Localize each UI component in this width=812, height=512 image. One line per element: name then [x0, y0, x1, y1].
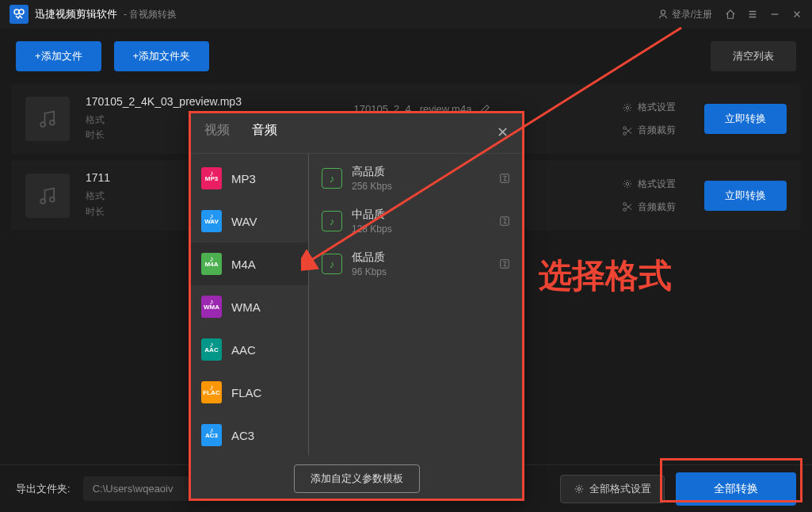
- quality-rate: 256 Kbps: [352, 181, 490, 192]
- format-label: MP3: [231, 172, 256, 185]
- titlebar-right: 登录/注册: [658, 8, 802, 21]
- svg-point-17: [578, 487, 581, 491]
- app-logo: [10, 5, 29, 24]
- annotation-text: 选择格式: [539, 254, 672, 298]
- format-item-aac[interactable]: AACAAC: [190, 328, 308, 371]
- edit-icon[interactable]: [499, 258, 510, 269]
- app-subtitle: - 音视频转换: [124, 8, 177, 21]
- format-list: MP3MP3WAVWAVM4AM4AWMAWMAAACAACFLACFLACAC…: [190, 154, 309, 455]
- music-icon: ♪: [322, 211, 342, 231]
- edit-icon[interactable]: [499, 216, 510, 227]
- svg-point-4: [50, 120, 55, 125]
- svg-point-1: [19, 10, 24, 14]
- format-settings-link[interactable]: 格式设置: [622, 101, 685, 114]
- file-thumbnail: [25, 174, 70, 218]
- svg-point-10: [626, 182, 629, 185]
- music-icon: ♪: [322, 254, 342, 274]
- scissors-icon: [622, 201, 633, 212]
- format-icon: AAC: [201, 338, 222, 361]
- svg-point-0: [14, 10, 19, 14]
- add-folder-button[interactable]: +添加文件夹: [114, 41, 210, 71]
- svg-point-2: [661, 10, 665, 14]
- format-item-m4a[interactable]: M4AM4A: [190, 243, 308, 285]
- gear-icon: [622, 102, 633, 113]
- export-label: 导出文件夹:: [16, 482, 71, 496]
- format-icon: WAV: [201, 210, 222, 232]
- file-thumbnail: [25, 97, 70, 141]
- quality-item[interactable]: ♪ 中品质128 Kbps: [309, 200, 523, 243]
- quality-item[interactable]: ♪ 高品质256 Kbps: [309, 157, 523, 200]
- file-name: 170105_2_4K_03_preview.mp3: [86, 95, 338, 108]
- audio-crop-link[interactable]: 音频裁剪: [622, 124, 685, 137]
- format-icon: WMA: [201, 296, 222, 318]
- add-template-button[interactable]: 添加自定义参数模板: [294, 464, 420, 493]
- format-modal: 视频 音频 ✕ MP3MP3WAVWAVM4AM4AWMAWMAAACAACFL…: [190, 111, 523, 499]
- format-label: FLAC: [231, 386, 261, 399]
- format-label: AAC: [231, 343, 256, 357]
- format-settings-link[interactable]: 格式设置: [622, 178, 685, 191]
- music-icon: ♪: [322, 168, 342, 189]
- gear-icon: [574, 483, 585, 495]
- svg-point-12: [623, 208, 627, 212]
- home-icon[interactable]: [725, 9, 736, 20]
- audio-crop-link[interactable]: 音频裁剪: [622, 201, 685, 214]
- quality-rate: 96 Kbps: [352, 266, 490, 277]
- login-link[interactable]: 登录/注册: [658, 8, 712, 21]
- app-title: 迅捷视频剪辑软件: [35, 7, 117, 21]
- format-label: AC3: [231, 429, 254, 442]
- format-item-mp3[interactable]: MP3MP3: [190, 157, 308, 200]
- quality-name: 高品质: [352, 165, 490, 179]
- format-item-flac[interactable]: FLACFLAC: [190, 371, 308, 414]
- svg-point-7: [623, 132, 627, 135]
- format-icon: MP3: [201, 167, 222, 189]
- tab-video[interactable]: 视频: [204, 122, 230, 142]
- gear-icon: [622, 178, 633, 189]
- convert-button[interactable]: 立即转换: [704, 181, 787, 211]
- titlebar: 迅捷视频剪辑软件 - 音视频转换 登录/注册: [0, 0, 812, 29]
- format-label: WMA: [231, 300, 261, 314]
- quality-name: 中品质: [352, 208, 490, 222]
- format-item-wav[interactable]: WAVWAV: [190, 200, 308, 243]
- svg-point-5: [626, 106, 629, 109]
- format-icon: FLAC: [201, 381, 222, 403]
- add-file-button[interactable]: +添加文件: [16, 41, 101, 71]
- format-item-ac3[interactable]: AC3AC3: [190, 414, 308, 455]
- clear-list-button[interactable]: 清空列表: [711, 41, 796, 71]
- tab-audio[interactable]: 音频: [252, 122, 277, 142]
- user-icon: [658, 9, 669, 20]
- menu-icon[interactable]: [747, 9, 758, 20]
- titlebar-left: 迅捷视频剪辑软件 - 音视频转换: [10, 5, 177, 24]
- format-label: WAV: [231, 215, 257, 228]
- format-icon: M4A: [201, 253, 222, 275]
- minimize-icon[interactable]: [769, 9, 780, 20]
- convert-button[interactable]: 立即转换: [704, 104, 787, 134]
- global-settings-button[interactable]: 全部格式设置: [560, 475, 665, 503]
- quality-rate: 128 Kbps: [352, 224, 490, 235]
- convert-all-button[interactable]: 全部转换: [676, 472, 796, 506]
- format-item-wma[interactable]: WMAWMA: [190, 285, 308, 328]
- format-icon: AC3: [201, 424, 222, 446]
- quality-name: 低品质: [352, 250, 490, 265]
- svg-point-6: [623, 126, 627, 129]
- edit-icon[interactable]: [499, 173, 510, 184]
- format-label: M4A: [231, 258, 256, 271]
- scissors-icon: [622, 125, 633, 136]
- quality-list: ♪ 高品质256 Kbps ♪ 中品质128 Kbps ♪ 低品质96 Kbps: [309, 154, 523, 455]
- close-icon[interactable]: [791, 9, 802, 20]
- svg-point-11: [623, 203, 627, 206]
- quality-item[interactable]: ♪ 低品质96 Kbps: [309, 243, 523, 285]
- toolbar: +添加文件 +添加文件夹 清空列表: [0, 29, 812, 84]
- svg-point-9: [50, 197, 55, 201]
- modal-close-icon[interactable]: ✕: [497, 124, 509, 141]
